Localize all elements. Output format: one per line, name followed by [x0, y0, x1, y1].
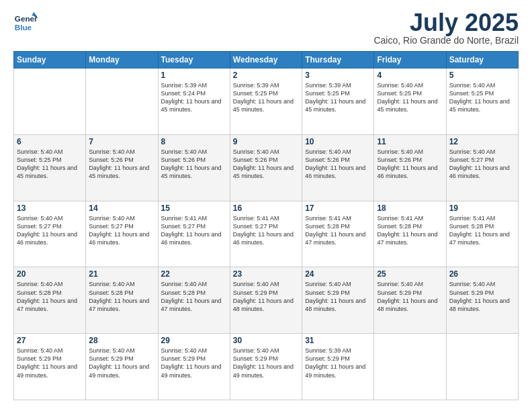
cell-info: Sunrise: 5:40 AM Sunset: 5:29 PM Dayligh…: [233, 347, 299, 379]
title-section: July 2025 Caico, Rio Grande do Norte, Br…: [373, 11, 519, 46]
table-row: 1Sunrise: 5:39 AM Sunset: 5:24 PM Daylig…: [158, 68, 230, 135]
table-row: 30Sunrise: 5:40 AM Sunset: 5:29 PM Dayli…: [230, 334, 302, 400]
svg-text:Blue: Blue: [15, 23, 32, 32]
cell-info: Sunrise: 5:39 AM Sunset: 5:25 PM Dayligh…: [233, 81, 299, 114]
table-row: 7Sunrise: 5:40 AM Sunset: 5:26 PM Daylig…: [86, 134, 158, 201]
day-number: 10: [305, 137, 371, 146]
cell-info: Sunrise: 5:41 AM Sunset: 5:28 PM Dayligh…: [305, 214, 371, 247]
day-number: 3: [305, 71, 371, 80]
table-row: 18Sunrise: 5:41 AM Sunset: 5:28 PM Dayli…: [374, 201, 446, 267]
table-row: 6Sunrise: 5:40 AM Sunset: 5:25 PM Daylig…: [14, 134, 86, 201]
table-row: 21Sunrise: 5:40 AM Sunset: 5:28 PM Dayli…: [86, 267, 158, 334]
table-row: 31Sunrise: 5:39 AM Sunset: 5:29 PM Dayli…: [302, 334, 374, 400]
day-number: 14: [89, 203, 154, 213]
day-number: 9: [233, 137, 299, 146]
day-number: 25: [377, 269, 443, 279]
day-number: 15: [161, 203, 227, 213]
day-number: 20: [17, 269, 83, 279]
table-row: [14, 68, 86, 135]
calendar-week-row: 13Sunrise: 5:40 AM Sunset: 5:27 PM Dayli…: [14, 201, 519, 267]
col-wednesday: Wednesday: [230, 52, 302, 68]
day-number: 6: [17, 137, 83, 146]
page: General Blue July 2025 Caico, Rio Grande…: [0, 0, 532, 411]
table-row: [86, 68, 158, 135]
col-tuesday: Tuesday: [158, 52, 230, 68]
day-number: 26: [449, 269, 515, 279]
cell-info: Sunrise: 5:41 AM Sunset: 5:27 PM Dayligh…: [161, 214, 227, 247]
day-number: 11: [377, 137, 443, 146]
day-number: 23: [233, 269, 299, 279]
cell-info: Sunrise: 5:40 AM Sunset: 5:28 PM Dayligh…: [161, 280, 227, 313]
table-row: 23Sunrise: 5:40 AM Sunset: 5:29 PM Dayli…: [230, 267, 302, 334]
table-row: 24Sunrise: 5:40 AM Sunset: 5:29 PM Dayli…: [302, 267, 374, 334]
cell-info: Sunrise: 5:40 AM Sunset: 5:27 PM Dayligh…: [89, 214, 154, 247]
cell-info: Sunrise: 5:40 AM Sunset: 5:26 PM Dayligh…: [233, 148, 299, 181]
day-number: 30: [233, 336, 299, 345]
table-row: 22Sunrise: 5:40 AM Sunset: 5:28 PM Dayli…: [158, 267, 230, 334]
col-sunday: Sunday: [14, 52, 86, 68]
day-number: 31: [305, 336, 371, 345]
month-title: July 2025: [373, 11, 519, 35]
cell-info: Sunrise: 5:40 AM Sunset: 5:25 PM Dayligh…: [449, 81, 515, 114]
location-subtitle: Caico, Rio Grande do Norte, Brazil: [373, 35, 519, 46]
day-number: 24: [305, 269, 371, 279]
col-thursday: Thursday: [302, 52, 374, 68]
day-number: 1: [161, 71, 227, 80]
table-row: 25Sunrise: 5:40 AM Sunset: 5:29 PM Dayli…: [374, 267, 446, 334]
cell-info: Sunrise: 5:40 AM Sunset: 5:29 PM Dayligh…: [161, 347, 227, 379]
table-row: 3Sunrise: 5:39 AM Sunset: 5:25 PM Daylig…: [302, 68, 374, 135]
day-number: 19: [449, 203, 515, 213]
table-row: 10Sunrise: 5:40 AM Sunset: 5:26 PM Dayli…: [302, 134, 374, 201]
table-row: 26Sunrise: 5:40 AM Sunset: 5:29 PM Dayli…: [446, 267, 518, 334]
day-number: 13: [17, 203, 83, 213]
calendar-week-row: 6Sunrise: 5:40 AM Sunset: 5:25 PM Daylig…: [14, 134, 519, 201]
table-row: 5Sunrise: 5:40 AM Sunset: 5:25 PM Daylig…: [446, 68, 518, 135]
day-number: 12: [449, 137, 515, 146]
col-monday: Monday: [86, 52, 158, 68]
day-number: 16: [233, 203, 299, 213]
day-number: 8: [161, 137, 227, 146]
table-row: [446, 334, 518, 400]
cell-info: Sunrise: 5:39 AM Sunset: 5:29 PM Dayligh…: [305, 347, 371, 379]
table-row: 15Sunrise: 5:41 AM Sunset: 5:27 PM Dayli…: [158, 201, 230, 267]
table-row: 27Sunrise: 5:40 AM Sunset: 5:29 PM Dayli…: [14, 334, 86, 400]
calendar-week-row: 27Sunrise: 5:40 AM Sunset: 5:29 PM Dayli…: [14, 334, 519, 400]
table-row: 16Sunrise: 5:41 AM Sunset: 5:27 PM Dayli…: [230, 201, 302, 267]
table-row: 13Sunrise: 5:40 AM Sunset: 5:27 PM Dayli…: [14, 201, 86, 267]
cell-info: Sunrise: 5:40 AM Sunset: 5:29 PM Dayligh…: [449, 280, 515, 313]
cell-info: Sunrise: 5:40 AM Sunset: 5:29 PM Dayligh…: [377, 280, 443, 313]
cell-info: Sunrise: 5:40 AM Sunset: 5:26 PM Dayligh…: [161, 148, 227, 181]
table-row: 2Sunrise: 5:39 AM Sunset: 5:25 PM Daylig…: [230, 68, 302, 135]
day-number: 28: [89, 336, 154, 345]
logo-icon: General Blue: [13, 11, 38, 35]
cell-info: Sunrise: 5:40 AM Sunset: 5:25 PM Dayligh…: [377, 81, 443, 114]
cell-info: Sunrise: 5:41 AM Sunset: 5:28 PM Dayligh…: [449, 214, 515, 247]
header: General Blue July 2025 Caico, Rio Grande…: [13, 11, 519, 46]
cell-info: Sunrise: 5:40 AM Sunset: 5:27 PM Dayligh…: [449, 148, 515, 181]
cell-info: Sunrise: 5:40 AM Sunset: 5:29 PM Dayligh…: [305, 280, 371, 313]
cell-info: Sunrise: 5:40 AM Sunset: 5:28 PM Dayligh…: [17, 280, 83, 313]
cell-info: Sunrise: 5:40 AM Sunset: 5:29 PM Dayligh…: [89, 347, 154, 379]
table-row: 28Sunrise: 5:40 AM Sunset: 5:29 PM Dayli…: [86, 334, 158, 400]
day-number: 22: [161, 269, 227, 279]
col-saturday: Saturday: [446, 52, 518, 68]
day-number: 7: [89, 137, 154, 146]
calendar-table: Sunday Monday Tuesday Wednesday Thursday…: [13, 51, 519, 400]
cell-info: Sunrise: 5:40 AM Sunset: 5:29 PM Dayligh…: [233, 280, 299, 313]
cell-info: Sunrise: 5:39 AM Sunset: 5:24 PM Dayligh…: [161, 81, 227, 114]
table-row: 9Sunrise: 5:40 AM Sunset: 5:26 PM Daylig…: [230, 134, 302, 201]
table-row: 17Sunrise: 5:41 AM Sunset: 5:28 PM Dayli…: [302, 201, 374, 267]
table-row: 11Sunrise: 5:40 AM Sunset: 5:26 PM Dayli…: [374, 134, 446, 201]
cell-info: Sunrise: 5:40 AM Sunset: 5:26 PM Dayligh…: [89, 148, 154, 181]
day-number: 27: [17, 336, 83, 345]
table-row: 29Sunrise: 5:40 AM Sunset: 5:29 PM Dayli…: [158, 334, 230, 400]
day-number: 21: [89, 269, 154, 279]
table-row: 12Sunrise: 5:40 AM Sunset: 5:27 PM Dayli…: [446, 134, 518, 201]
day-number: 2: [233, 71, 299, 80]
calendar-week-row: 1Sunrise: 5:39 AM Sunset: 5:24 PM Daylig…: [14, 68, 519, 135]
calendar-header-row: Sunday Monday Tuesday Wednesday Thursday…: [14, 52, 519, 68]
cell-info: Sunrise: 5:39 AM Sunset: 5:25 PM Dayligh…: [305, 81, 371, 114]
col-friday: Friday: [374, 52, 446, 68]
cell-info: Sunrise: 5:40 AM Sunset: 5:29 PM Dayligh…: [17, 347, 83, 379]
day-number: 17: [305, 203, 371, 213]
